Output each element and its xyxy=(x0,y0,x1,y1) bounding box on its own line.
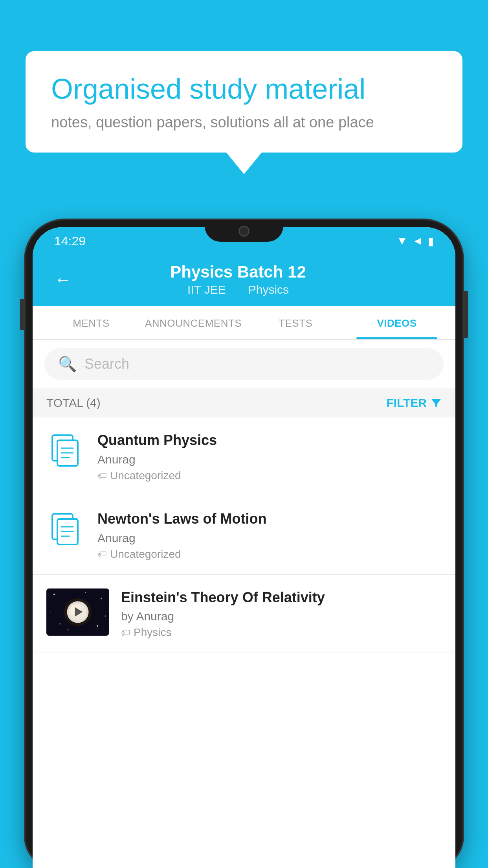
header-subtitle-part2: Physics xyxy=(248,283,289,296)
svg-point-22 xyxy=(68,629,69,630)
list-item[interactable]: Quantum Physics Anurag 🏷 Uncategorized xyxy=(33,417,455,496)
svg-point-18 xyxy=(97,625,98,627)
video-thumbnail xyxy=(46,588,109,636)
status-icons: ▼ ◄ ▮ xyxy=(397,235,434,248)
wifi-icon: ▼ xyxy=(397,235,408,247)
video-tag: 🏷 Uncategorized xyxy=(97,548,442,561)
tab-announcements[interactable]: ANNOUNCEMENTS xyxy=(142,306,245,339)
file-icon xyxy=(50,433,82,469)
filter-funnel-icon xyxy=(431,397,442,408)
video-tag: 🏷 Physics xyxy=(121,626,442,639)
svg-point-21 xyxy=(85,592,86,593)
tag-label: Physics xyxy=(134,626,171,639)
speech-bubble-title: Organised study material xyxy=(51,73,437,105)
video-list: Quantum Physics Anurag 🏷 Uncategorized xyxy=(33,417,455,653)
file-icon-container xyxy=(46,431,86,471)
phone-screen: 14:29 ▼ ◄ ▮ ← Physics Batch 12 IIT JEE P… xyxy=(33,227,455,868)
svg-marker-0 xyxy=(431,399,441,408)
back-button[interactable]: ← xyxy=(54,269,72,290)
tab-ments[interactable]: MENTS xyxy=(40,306,142,339)
video-title: Newton's Laws of Motion xyxy=(97,510,442,528)
video-info: Quantum Physics Anurag 🏷 Uncategorized xyxy=(97,431,442,482)
play-triangle-icon xyxy=(75,607,83,617)
file-icon-container xyxy=(46,510,86,549)
status-time: 14:29 xyxy=(54,234,86,248)
tab-bar: MENTS ANNOUNCEMENTS TESTS VIDEOS xyxy=(33,306,455,340)
list-item[interactable]: Newton's Laws of Motion Anurag 🏷 Uncateg… xyxy=(33,496,455,575)
video-title: Einstein's Theory Of Relativity xyxy=(121,588,442,607)
svg-point-15 xyxy=(53,594,55,595)
header-title: Physics Batch 12 xyxy=(84,263,393,281)
speech-bubble: Organised study material notes, question… xyxy=(26,51,462,153)
video-author: by Anurag xyxy=(121,610,442,623)
speech-bubble-subtitle: notes, question papers, solutions all at… xyxy=(51,114,437,131)
author-prefix: by xyxy=(121,610,136,623)
camera-dot xyxy=(238,226,250,237)
video-author: Anurag xyxy=(97,531,442,545)
tag-icon: 🏷 xyxy=(97,470,107,481)
video-info: Einstein's Theory Of Relativity by Anura… xyxy=(121,588,442,639)
tag-icon: 🏷 xyxy=(121,627,130,638)
search-bar-container: 🔍 Search xyxy=(33,340,455,388)
search-placeholder: Search xyxy=(84,356,129,372)
filter-label: FILTER xyxy=(386,396,427,410)
author-name: Anurag xyxy=(136,610,174,623)
speech-bubble-arrow xyxy=(226,153,262,174)
filter-bar: TOTAL (4) FILTER xyxy=(33,388,455,417)
tab-tests[interactable]: TESTS xyxy=(245,306,346,339)
svg-point-17 xyxy=(60,623,61,624)
filter-button[interactable]: FILTER xyxy=(386,396,442,410)
file-icon xyxy=(50,512,82,547)
video-info: Newton's Laws of Motion Anurag 🏷 Uncateg… xyxy=(97,510,442,561)
tag-icon: 🏷 xyxy=(97,549,107,560)
signal-icon: ◄ xyxy=(412,235,423,247)
header-subtitle-separator xyxy=(235,283,242,296)
search-icon: 🔍 xyxy=(58,355,77,373)
svg-point-19 xyxy=(50,612,51,612)
video-tag: 🏷 Uncategorized xyxy=(97,469,442,482)
play-button-overlay[interactable] xyxy=(67,601,89,623)
tag-label: Uncategorized xyxy=(110,469,181,482)
header-title-group: Physics Batch 12 IIT JEE Physics xyxy=(84,263,393,296)
video-title: Quantum Physics xyxy=(97,431,442,450)
header-subtitle: IIT JEE Physics xyxy=(84,283,393,296)
list-item[interactable]: Einstein's Theory Of Relativity by Anura… xyxy=(33,575,455,653)
tag-label: Uncategorized xyxy=(110,548,181,561)
svg-point-16 xyxy=(101,598,102,599)
phone-frame: 14:29 ▼ ◄ ▮ ← Physics Batch 12 IIT JEE P… xyxy=(26,220,462,868)
header-subtitle-part1: IIT JEE xyxy=(187,283,226,296)
video-author: Anurag xyxy=(97,453,442,466)
phone-notch xyxy=(205,220,283,242)
app-header: ← Physics Batch 12 IIT JEE Physics xyxy=(33,255,455,306)
speech-bubble-container: Organised study material notes, question… xyxy=(26,51,462,174)
total-count: TOTAL (4) xyxy=(46,396,101,410)
search-bar[interactable]: 🔍 Search xyxy=(44,348,444,380)
svg-point-20 xyxy=(105,615,106,616)
tab-videos[interactable]: VIDEOS xyxy=(346,306,448,339)
phone-outer: 14:29 ▼ ◄ ▮ ← Physics Batch 12 IIT JEE P… xyxy=(26,220,462,868)
battery-icon: ▮ xyxy=(428,235,434,248)
